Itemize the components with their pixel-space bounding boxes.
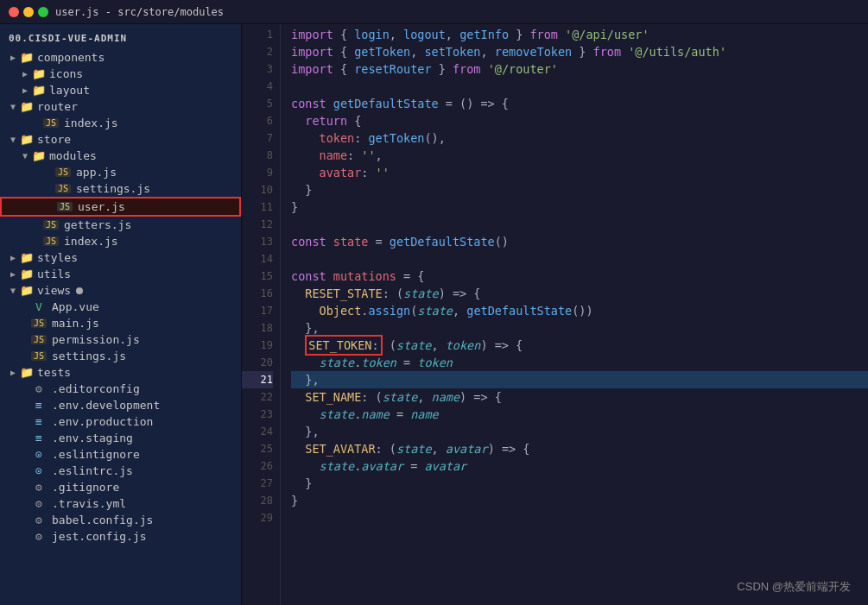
item-label: getters.js	[64, 218, 131, 231]
sidebar-item-eslintignore[interactable]: ⊙ .eslintignore	[0, 446, 241, 463]
expand-arrow: ▶	[19, 85, 31, 95]
item-label: .env.production	[52, 415, 153, 428]
folder-icon: 📁	[19, 284, 35, 297]
sidebar-item-gitignore[interactable]: ⚙ .gitignore	[0, 479, 241, 495]
item-label: settings.js	[52, 350, 126, 362]
folder-icon: 📁	[19, 251, 35, 264]
expand-arrow	[19, 400, 31, 410]
line-num-9: 9	[242, 164, 273, 181]
sidebar-item-store[interactable]: ▼ 📁 store	[0, 131, 241, 148]
line-num-1: 1	[242, 26, 273, 43]
item-label: user.js	[78, 200, 125, 213]
expand-arrow	[19, 532, 31, 541]
code-line-4	[291, 78, 868, 95]
expand-arrow	[19, 384, 31, 394]
item-label: index.js	[64, 235, 118, 248]
sidebar: 00.CISDI-VUE-ADMIN ▶ 📁 components ▶ 📁 ic…	[0, 24, 242, 605]
window-controls[interactable]	[9, 7, 48, 17]
expand-arrow	[19, 433, 31, 443]
sidebar-item-main-js[interactable]: JS main.js	[0, 315, 241, 331]
dot-icon: ⊙	[31, 448, 47, 461]
env-icon: ≡	[31, 415, 47, 428]
expand-arrow	[19, 351, 31, 361]
line-num-17: 17	[242, 302, 273, 319]
code-line-24: },	[291, 423, 868, 440]
line-num-8: 8	[242, 147, 273, 164]
code-line-18: },	[291, 319, 868, 337]
expand-arrow: ▶	[19, 69, 31, 79]
sidebar-item-settings-views-js[interactable]: JS settings.js	[0, 348, 241, 364]
folder-icon: 📁	[19, 268, 35, 280]
item-label: babel.config.js	[52, 514, 153, 526]
line-num-25: 25	[242, 440, 273, 457]
expand-arrow: ▶	[7, 253, 19, 262]
line-num-2: 2	[242, 43, 273, 60]
line-num-4: 4	[242, 78, 273, 95]
item-label: modules	[49, 149, 97, 162]
sidebar-item-icons[interactable]: ▶ 📁 icons	[0, 66, 241, 82]
sidebar-item-settings-js[interactable]: JS settings.js	[0, 180, 241, 197]
expand-arrow	[19, 417, 31, 426]
item-label: permission.js	[52, 333, 140, 346]
sidebar-item-styles[interactable]: ▶ 📁 styles	[0, 249, 241, 266]
item-label: components	[37, 51, 105, 64]
sidebar-item-tests[interactable]: ▶ 📁 tests	[0, 364, 241, 381]
sidebar-item-components[interactable]: ▶ 📁 components	[0, 49, 241, 66]
sidebar-item-views[interactable]: ▼ 📁 views	[0, 282, 241, 299]
code-line-3: import { resetRouter } from '@/router'	[291, 60, 868, 78]
sidebar-item-index-js[interactable]: JS index.js	[0, 233, 241, 249]
sidebar-item-app-js[interactable]: JS app.js	[0, 164, 241, 180]
line-num-26: 26	[242, 457, 273, 475]
sidebar-item-env-prod[interactable]: ≡ .env.production	[0, 413, 241, 430]
vue-icon: V	[31, 300, 47, 313]
line-num-6: 6	[242, 112, 273, 129]
sidebar-item-babel[interactable]: ⚙ babel.config.js	[0, 512, 241, 528]
code-line-25: SET_AVATAR: (state, avatar) => {	[291, 440, 868, 457]
line-num-24: 24	[242, 423, 273, 440]
sidebar-item-eslintrc[interactable]: ⊙ .eslintrc.js	[0, 463, 241, 479]
item-label: settings.js	[76, 182, 150, 195]
item-label: jest.config.js	[52, 530, 147, 543]
close-button[interactable]	[9, 7, 19, 17]
expand-arrow: ▼	[7, 286, 19, 295]
code-line-17: Object.assign(state, getDefaultState())	[291, 302, 868, 319]
expand-arrow: ▼	[7, 135, 19, 144]
main-layout: 00.CISDI-VUE-ADMIN ▶ 📁 components ▶ 📁 ic…	[0, 24, 868, 605]
code-line-13: const state = getDefaultState()	[291, 233, 868, 250]
sidebar-item-jest[interactable]: ⚙ jest.config.js	[0, 528, 241, 545]
expand-arrow: ▶	[7, 368, 19, 377]
line-num-27: 27	[242, 475, 273, 492]
item-label: .eslintignore	[52, 448, 140, 461]
minimize-button[interactable]	[23, 7, 34, 17]
set-token-highlight: SET_TOKEN:	[305, 335, 382, 356]
code-line-6: return {	[291, 112, 868, 129]
sidebar-item-app-vue[interactable]: V App.vue	[0, 299, 241, 315]
sidebar-item-permission-js[interactable]: JS permission.js	[0, 331, 241, 348]
sidebar-item-env-stag[interactable]: ≡ .env.staging	[0, 430, 241, 446]
sidebar-item-editorconfig[interactable]: ⚙ .editorconfig	[0, 381, 241, 397]
sidebar-item-router-index[interactable]: JS index.js	[0, 115, 241, 131]
sidebar-item-env-dev[interactable]: ≡ .env.development	[0, 397, 241, 413]
item-label: .editorconfig	[52, 382, 140, 395]
config-icon: ⚙	[31, 481, 47, 494]
code-line-23: state.name = name	[291, 406, 868, 423]
item-label: .env.development	[52, 399, 160, 412]
item-label: store	[37, 133, 71, 146]
title-bar: user.js - src/store/modules	[0, 0, 868, 24]
expand-arrow	[43, 184, 55, 193]
sidebar-item-user-js[interactable]: JS user.js	[0, 197, 241, 217]
sidebar-item-getters-js[interactable]: JS getters.js	[0, 217, 241, 233]
sidebar-item-travis[interactable]: ⚙ .travis.yml	[0, 495, 241, 512]
sidebar-item-router[interactable]: ▼ 📁 router	[0, 98, 241, 115]
sidebar-item-layout[interactable]: ▶ 📁 layout	[0, 82, 241, 98]
item-label: views	[37, 284, 71, 297]
code-line-5: const getDefaultState = () => {	[291, 95, 868, 112]
code-content[interactable]: import { login, logout, getInfo } from '…	[281, 24, 868, 605]
sidebar-item-utils[interactable]: ▶ 📁 utils	[0, 266, 241, 282]
code-line-19: SET_TOKEN: (state, token) => {	[291, 337, 868, 354]
env-icon: ≡	[31, 432, 47, 444]
expand-arrow	[31, 220, 43, 230]
sidebar-item-modules[interactable]: ▼ 📁 modules	[0, 148, 241, 164]
maximize-button[interactable]	[38, 7, 48, 17]
code-line-12	[291, 216, 868, 233]
